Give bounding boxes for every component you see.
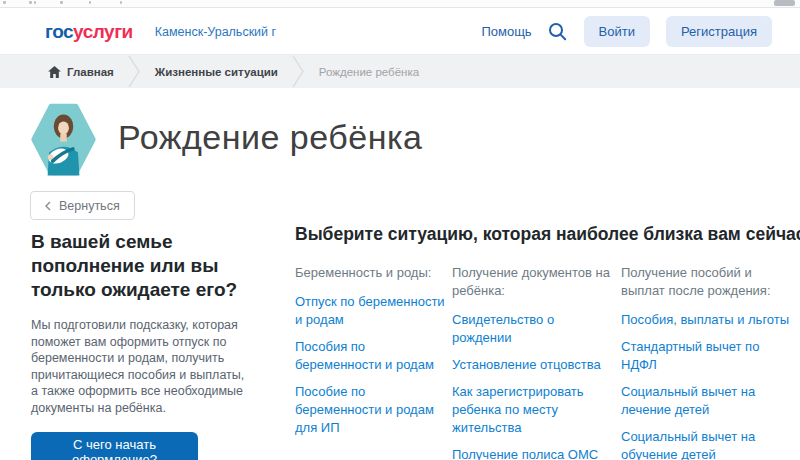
- situation-link[interactable]: Социальный вычет на обучение детей: [621, 428, 793, 460]
- breadcrumb-home[interactable]: Главная: [48, 66, 114, 78]
- column-label: Беременность и роды:: [295, 264, 445, 282]
- home-icon: [48, 66, 61, 78]
- gosuslugi-logo[interactable]: госуслуги: [45, 21, 133, 43]
- breadcrumb: Главная Жизненные ситуации Рождение ребё…: [0, 55, 800, 88]
- breadcrumb-life-situations[interactable]: Жизненные ситуации: [155, 66, 278, 78]
- magnifier-glyph: [548, 22, 567, 41]
- breadcrumb-separator-icon: [128, 55, 141, 88]
- situation-link[interactable]: Получение полиса ОМС: [452, 446, 614, 460]
- help-link[interactable]: Помощь: [481, 24, 531, 39]
- site-header: госуслуги Каменск-Уральский г Помощь Вой…: [0, 9, 800, 55]
- situation-link[interactable]: Пособия по беременности и родам: [295, 338, 445, 374]
- chrome-button-fragment: [774, 0, 795, 6]
- chrome-glyph-fragment: [34, 1, 36, 4]
- intro-text: Мы подготовили подсказку, которая поможе…: [31, 317, 245, 416]
- browser-chrome-fragment: [0, 0, 800, 8]
- breadcrumb-separator-icon: [292, 55, 305, 88]
- situation-link[interactable]: Стандартный вычет по НДФЛ: [621, 338, 793, 374]
- situation-link[interactable]: Пособие по беременности и родам для ИП: [295, 383, 445, 437]
- mother-baby-icon: [31, 103, 96, 176]
- situations-column-documents: Получение документов на ребёнка: Свидете…: [452, 264, 614, 460]
- back-button[interactable]: Вернуться: [30, 191, 135, 220]
- register-button[interactable]: Регистрация: [666, 16, 772, 47]
- situation-link[interactable]: Отпуск по беременности и родам: [295, 293, 445, 329]
- situations-column-benefits: Получение пособий и выплат после рождени…: [621, 264, 793, 460]
- region-selector[interactable]: Каменск-Уральский г: [155, 25, 276, 39]
- search-icon[interactable]: [548, 22, 568, 42]
- back-button-label: Вернуться: [59, 199, 120, 213]
- breadcrumb-current: Рождение ребёнка: [319, 66, 419, 78]
- situations-section: Выберите ситуацию, которая наиболее близ…: [295, 224, 797, 460]
- chrome-glyph-fragment: [3, 1, 6, 4]
- chrome-glyph-fragment: [60, 1, 63, 4]
- logo-text-gos: гос: [45, 21, 73, 42]
- intro-section: В вашей семье пополнение или вы только о…: [31, 230, 287, 460]
- chrome-glyph-fragment: [120, 1, 122, 4]
- chevron-left-icon: [45, 201, 51, 211]
- chrome-glyph-fragment: [89, 1, 91, 4]
- situations-column-pregnancy: Беременность и роды: Отпуск по беременно…: [295, 264, 445, 460]
- login-button[interactable]: Войти: [584, 16, 650, 47]
- chrome-glyph-fragment: [29, 1, 32, 4]
- logo-text-uslugi: услуги: [73, 21, 133, 42]
- column-label: Получение документов на ребёнка:: [452, 264, 614, 300]
- start-button[interactable]: С чего начать оформление?: [31, 432, 198, 460]
- situation-link[interactable]: Установление отцовства: [452, 356, 614, 374]
- situation-link[interactable]: Как зарегистрировать ребенка по месту жи…: [452, 383, 614, 437]
- page-title: Рождение ребёнка: [118, 118, 422, 157]
- situation-link[interactable]: Свидетельство о рождении: [452, 311, 614, 347]
- situations-columns: Беременность и роды: Отпуск по беременно…: [295, 264, 797, 460]
- situations-heading: Выберите ситуацию, которая наиболее близ…: [295, 224, 797, 245]
- situation-link[interactable]: Пособия, выплаты и льготы: [621, 311, 793, 329]
- column-label: Получение пособий и выплат после рождени…: [621, 264, 793, 300]
- main-content: Рождение ребёнка Вернуться В вашей семье…: [0, 88, 800, 460]
- situation-link[interactable]: Социальный вычет на лечение детей: [621, 383, 793, 419]
- intro-heading: В вашей семье пополнение или вы только о…: [31, 230, 287, 302]
- breadcrumb-home-label: Главная: [67, 66, 114, 78]
- mother-baby-avatar: [31, 103, 96, 176]
- header-actions: Помощь Войти Регистрация: [481, 16, 772, 47]
